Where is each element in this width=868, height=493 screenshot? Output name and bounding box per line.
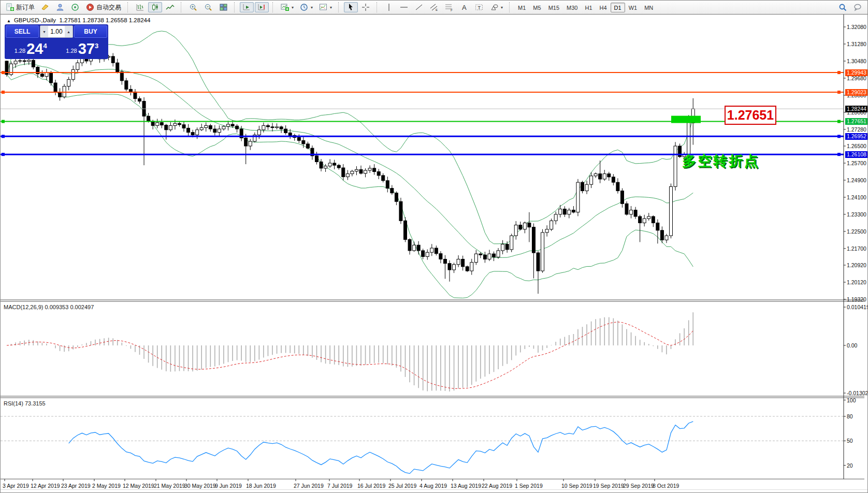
timeframe-mn-button[interactable]: MN <box>641 3 657 12</box>
templates-button[interactable]: ▾ <box>316 2 335 12</box>
supply-zone-band <box>671 116 701 123</box>
line-chart-button[interactable] <box>163 2 177 12</box>
candle-green-icon <box>151 3 160 11</box>
volume-up-button[interactable]: ▲ <box>65 26 73 37</box>
date-axis-label: 18 Jun 2019 <box>246 483 276 489</box>
autotrade-button-label: 自动交易 <box>96 3 121 12</box>
h-line-icon <box>400 3 409 11</box>
person-blue-icon <box>56 3 65 11</box>
auto-scroll-button[interactable] <box>240 2 254 12</box>
date-axis-label: 13 Aug 2019 <box>451 483 481 489</box>
chart-canvas[interactable] <box>1 15 868 490</box>
price-axis-label: 1.30480 <box>847 59 866 64</box>
cursor-arrow-icon <box>346 3 355 11</box>
chevron-down-icon: ▾ <box>330 5 332 10</box>
chart-surface[interactable]: ▲GBPUSD-,Daily 1.27581 1.28738 1.26558 1… <box>1 15 868 490</box>
macd-axis-label: 0.010419 <box>847 304 868 310</box>
timeframe-h4-button[interactable]: H4 <box>596 3 611 12</box>
toolbar-separator <box>509 2 512 12</box>
one-click-trading-panel: SELL ▼ 1.00 ▲ BUY 1.28 24 4 1.28 37 3 <box>5 24 108 59</box>
text-button[interactable]: A <box>457 2 471 12</box>
indicators-button[interactable]: ▾ <box>278 2 296 12</box>
timeframe-m5-button[interactable]: M5 <box>529 3 544 12</box>
date-axis-label: 7 Jul 2019 <box>327 483 352 489</box>
shapes-button[interactable]: ▾ <box>487 2 505 12</box>
bar-chart-button[interactable] <box>133 2 147 12</box>
channel-E-icon: E <box>430 3 439 11</box>
timeframe-d1-button[interactable]: D1 <box>611 3 625 12</box>
buy-price-point: 3 <box>95 42 98 50</box>
signals-button[interactable] <box>68 2 82 12</box>
macd-axis-label: 0.00 <box>847 343 857 349</box>
profile-button[interactable] <box>53 2 67 12</box>
line-green-icon <box>166 3 175 11</box>
trendline-button[interactable] <box>412 2 426 12</box>
timeframe-m30-button[interactable]: M30 <box>563 3 581 12</box>
periods-button[interactable]: ▾ <box>297 2 315 12</box>
crosshair-button[interactable] <box>359 2 373 12</box>
tile-windows-button[interactable] <box>216 2 230 12</box>
timeframe-h1-button[interactable]: H1 <box>581 3 596 12</box>
price-axis-label: 1.24100 <box>847 195 866 200</box>
price-axis-label: 1.21700 <box>847 246 866 252</box>
horizontal-line-button[interactable] <box>397 2 411 12</box>
date-axis-label: 25 Jul 2019 <box>388 483 416 489</box>
date-axis-label: 4 Aug 2019 <box>419 483 447 489</box>
text-label-button[interactable]: T <box>472 2 486 12</box>
volume-value[interactable]: 1.00 <box>48 26 65 37</box>
zoom-in-icon <box>189 3 198 11</box>
styler-button[interactable] <box>38 2 52 12</box>
buy-button[interactable]: BUY <box>74 25 107 38</box>
chat-button[interactable] <box>851 2 865 12</box>
fibonacci-button[interactable]: F <box>442 2 456 12</box>
price-axis-label: 1.24900 <box>847 178 866 183</box>
date-axis-label: 10 Sep 2019 <box>561 483 592 489</box>
search-button[interactable] <box>836 2 850 12</box>
chevron-down-icon: ▾ <box>311 5 313 10</box>
zoom-in-button[interactable] <box>186 2 200 12</box>
buy-price[interactable]: 1.28 37 3 <box>57 39 108 57</box>
chart-shift-button[interactable] <box>255 2 269 12</box>
cursor-button[interactable] <box>344 2 358 12</box>
timeframe-m1-button[interactable]: M1 <box>514 3 529 12</box>
macd-signal-line <box>7 322 693 389</box>
price-level-badge: 1.29943 <box>845 69 868 76</box>
svg-text:A: A <box>462 4 467 11</box>
new-order-button[interactable]: 新订单 <box>3 2 37 12</box>
buy-price-figure: 1.28 <box>66 48 77 54</box>
mt4-window: 新订单自动交易▾▾▾EFAT▾M1M5M15M30H1H4D1W1MN ▲GBP… <box>0 0 868 493</box>
chartshift-icon <box>257 3 266 11</box>
price-level-tag[interactable]: 1.27651 <box>725 106 776 125</box>
candles <box>5 45 695 294</box>
price-axis-label: 1.23300 <box>847 212 866 218</box>
sell-price-point: 4 <box>43 42 47 50</box>
vertical-line-button[interactable] <box>382 2 396 12</box>
volume-down-button[interactable]: ▼ <box>40 26 48 37</box>
toolbar-separator <box>272 2 276 12</box>
chevron-down-icon: ▾ <box>501 5 503 10</box>
price-level-badge: 1.29023 <box>845 89 868 96</box>
sell-button[interactable]: SELL <box>6 25 39 38</box>
bollinger-bands <box>7 31 693 298</box>
date-axis-label: 12 May 2019 <box>123 483 154 489</box>
date-axis-label: 23 Apr 2019 <box>61 483 91 489</box>
date-axis-label: 1 Sep 2019 <box>515 483 543 489</box>
sell-price[interactable]: 1.28 24 4 <box>6 39 56 57</box>
zoom-out-button[interactable] <box>201 2 215 12</box>
timeframe-w1-button[interactable]: W1 <box>625 3 641 12</box>
turning-point-annotation[interactable]: 多空转折点 <box>682 152 760 170</box>
candlestick-button[interactable] <box>148 2 162 12</box>
shapes-icon <box>490 3 499 11</box>
price-level-badge: 1.27651 <box>845 118 868 125</box>
date-axis-label: 21 May 2019 <box>154 483 185 489</box>
fibo-F-icon: F <box>445 3 454 11</box>
channel-button[interactable]: E <box>427 2 441 12</box>
crosshair-sm-icon <box>361 3 370 11</box>
date-axis-label: 3 Apr 2019 <box>3 483 29 489</box>
autotrade-button[interactable]: 自动交易 <box>83 2 124 12</box>
collapse-icon[interactable]: ▲ <box>7 19 11 23</box>
autoscroll-icon <box>242 3 251 11</box>
macd-pane <box>7 312 693 392</box>
date-axis-label: 30 May 2019 <box>184 483 216 489</box>
timeframe-m15-button[interactable]: M15 <box>545 3 563 12</box>
